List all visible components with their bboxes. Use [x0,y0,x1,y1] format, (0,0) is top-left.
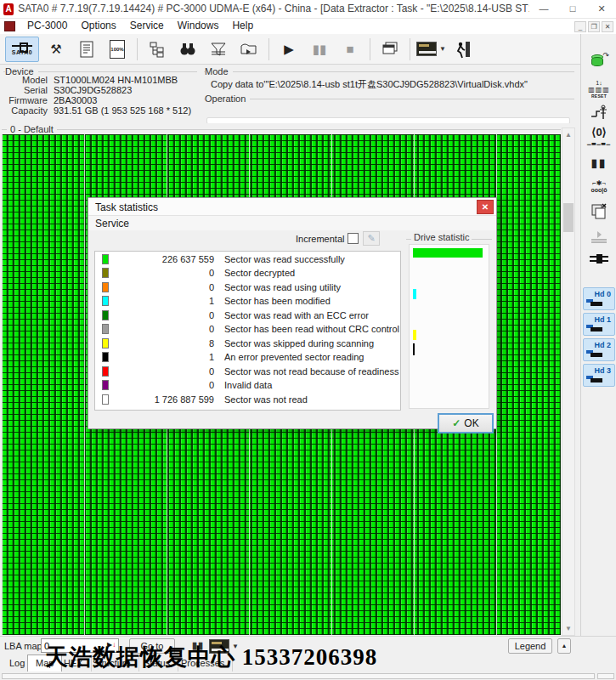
close-button[interactable]: ✕ [587,0,616,18]
scroll-up-icon[interactable]: ▲ [562,128,574,141]
stop-task-button[interactable]: ■ [336,37,364,62]
map-view-button[interactable]: ▼ [416,37,446,62]
check-icon: ✓ [452,417,461,429]
head-icon [586,299,603,306]
clear-copies-button[interactable] [585,201,613,223]
stat-label: Sector has been modified [224,296,331,306]
right-sidebar: ↷ 1↓▥▥▥RESET ⟨0⟩▁▃▁▃▁ ▮▮ ⌐✱¬ooo|ō Hd 0 [580,34,616,636]
report-button[interactable]: 100% [104,37,131,62]
utility-tools-button[interactable]: ⚒ [42,37,70,62]
sidebar-item-hd1[interactable]: Hd 1 [583,313,615,336]
collapse-panel-button[interactable]: ▲ [557,638,571,654]
status-grip [597,673,614,679]
app-icon: A [3,3,14,15]
stat-row: 0 Sector was not read because of readine… [95,365,400,378]
stat-count: 0 [95,324,214,334]
links-icon [149,41,166,58]
head-config-button[interactable] [585,102,613,124]
pause-task-button[interactable]: ▮▮ [306,37,333,62]
mode-value: Copy data to'"E:\2025\8.14-usb st1t开盘S30… [211,78,528,91]
head-icon [586,325,603,332]
eject-button[interactable] [235,37,263,62]
stat-count: 1 726 887 599 [95,394,214,405]
dialog-title-bar[interactable]: Task statistics ✕ [88,198,496,216]
stat-count: 0 [95,380,214,390]
power-database-button[interactable]: ↷ [585,49,613,71]
task-links-button[interactable] [144,37,171,62]
mdi-minimize-button[interactable]: _ [574,21,586,32]
sidebar-pause-button[interactable]: ▮▮ [585,151,613,173]
scrollbar-thumb[interactable] [563,203,574,232]
info-panel: Device ModelST1000LM024 HN-M101MBB Seria… [0,65,580,123]
stat-label: Sector was not read because of readiness… [224,366,401,377]
reset-button[interactable]: 1↓▥▥▥RESET [585,78,613,100]
ok-button[interactable]: ✓OK [438,414,493,433]
recalibrate-button[interactable]: ⟨0⟩▁▃▁▃▁ [585,124,613,146]
map-scrollbar[interactable]: ▲ ▼ [562,128,575,636]
device-capacity-value: 931.51 GB (1 953 525 168 * 512) [54,105,191,116]
mode-group-label: Mode [205,66,233,76]
dialog-menu-service[interactable]: Service [95,218,129,230]
stat-count: 0 [95,268,214,278]
exit-button[interactable] [449,37,477,62]
sidebar-item-hd2[interactable]: Hd 2 [583,338,615,361]
brush-icon: ✎ [367,233,375,243]
sector-jump-button[interactable]: ⌐✱¬ooo|ō [585,175,613,197]
filter-button[interactable] [205,37,232,62]
stat-label: Sector was skipped during scanning [224,338,374,348]
chevron-down-icon[interactable]: ▼ [439,45,446,53]
jumper-icon [12,42,32,49]
mode-group-line [204,71,574,72]
drive-mark-modified [413,289,416,299]
stat-row: 0 Sector has been read without CRC contr… [95,322,400,336]
merge-button[interactable] [585,248,613,270]
dialog-close-button[interactable]: ✕ [477,200,494,214]
minimize-button[interactable]: — [529,0,558,18]
menu-service[interactable]: Service [123,19,171,34]
sidebar-item-hd0[interactable]: Hd 0 [583,287,615,310]
operation-group-line [204,99,574,99]
pause-icon: ▮▮ [313,42,327,56]
toolbar-separator [410,38,410,60]
maximize-button[interactable]: □ [558,0,587,18]
play-icon: ▶ [284,42,294,56]
stat-label: Sector was read successfully [224,254,345,264]
binoculars-icon [179,42,196,57]
script-button[interactable] [73,37,100,62]
menu-windows[interactable]: Windows [171,19,226,34]
stat-row: 0 Sector decrypted [95,266,400,280]
stat-label: Sector has been read without CRC control [224,324,399,334]
dialog-menu-bar: Service [88,216,496,230]
menu-pc3000[interactable]: PC-3000 [20,19,74,34]
stat-label: Sector was read using utility [224,282,341,292]
drive-statistic-label: Drive statistic [411,232,472,242]
incremental-checkbox[interactable] [348,233,359,244]
legend-button[interactable]: Legend [508,638,552,654]
status-bar [0,672,616,680]
stat-row: 0 Invalid data [95,378,400,392]
menu-help[interactable]: Help [225,19,260,34]
pause-icon: ▮▮ [591,156,607,169]
search-button[interactable] [174,37,201,62]
watermark-text: 天浩数据恢复中心 15337206398 [45,642,377,672]
merge-disabled-button [585,226,613,248]
menu-options[interactable]: Options [74,19,122,34]
cascade-windows-button[interactable] [376,37,404,62]
stat-row: 226 637 559 Sector was read successfully [95,252,400,266]
map-thumbnail-icon [416,42,437,56]
stat-count: 0 [95,310,214,320]
stat-label: Sector was not read [224,394,308,405]
mdi-restore-button[interactable]: ❐ [588,21,600,32]
sidebar-item-hd3[interactable]: Hd 3 [583,364,615,387]
sata0-port-button[interactable]: SATA0 [5,37,39,62]
stat-row: 0 Sector was read using utility [95,280,400,294]
scroll-down-icon[interactable]: ▼ [562,622,574,635]
window-title: SATA0 # 7.7.19(7.7.19.14424) # PC-3000 U… [18,2,529,16]
stat-count: 0 [95,366,214,377]
status-panel [2,673,595,679]
start-task-button[interactable]: ▶ [275,37,302,62]
head-icon [586,376,603,382]
mdi-close-button[interactable]: ✕ [602,21,613,32]
clear-copies-icon [589,202,609,221]
menu-bar: PC-3000 Options Service Windows Help _ ❐… [0,19,616,34]
